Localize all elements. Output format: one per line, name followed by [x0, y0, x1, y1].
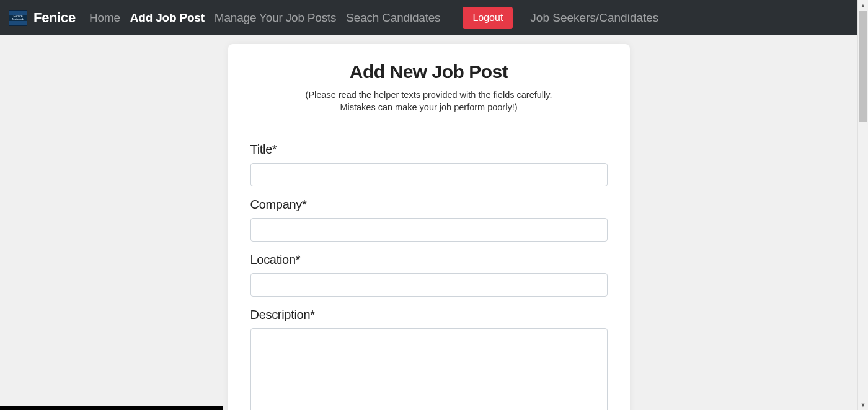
form-group-description: Description* — [250, 308, 608, 410]
nav-link-manage-posts[interactable]: Manage Your Job Posts — [215, 11, 337, 25]
description-textarea[interactable] — [250, 328, 608, 410]
form-group-location: Location* — [250, 253, 608, 297]
nav-link-add-job-post[interactable]: Add Job Post — [130, 11, 205, 25]
form-card: Add New Job Post (Please read the helper… — [228, 44, 630, 410]
viewport: Fenice Network Fenice Home Add Job Post … — [0, 0, 857, 410]
brand-title[interactable]: Fenice — [33, 10, 76, 26]
location-input[interactable] — [250, 273, 608, 297]
page-title: Add New Job Post — [250, 61, 608, 82]
company-input[interactable] — [250, 218, 608, 242]
subtitle-line-1: (Please read the helper texts provided w… — [306, 90, 552, 100]
scroll-track[interactable] — [858, 11, 868, 399]
form-group-company: Company* — [250, 198, 608, 242]
nav-link-search-candidates[interactable]: Seach Candidates — [346, 11, 440, 25]
scroll-thumb[interactable] — [859, 11, 867, 122]
label-title: Title* — [250, 142, 608, 157]
label-company: Company* — [250, 198, 608, 212]
page-subtitle: (Please read the helper texts provided w… — [250, 89, 608, 114]
page-content: Add New Job Post (Please read the helper… — [0, 35, 857, 410]
label-location: Location* — [250, 253, 608, 267]
scroll-down-icon[interactable]: ▼ — [858, 399, 869, 410]
navbar: Fenice Network Fenice Home Add Job Post … — [0, 0, 857, 35]
vertical-scrollbar[interactable]: ▲ ▼ — [857, 0, 868, 410]
label-description: Description* — [250, 308, 608, 322]
scroll-up-icon[interactable]: ▲ — [858, 0, 869, 11]
logout-button[interactable]: Logout — [463, 7, 513, 29]
form-group-title: Title* — [250, 142, 608, 186]
subtitle-line-2: Mistakes can make your job perform poorl… — [340, 102, 517, 112]
title-input[interactable] — [250, 163, 608, 186]
brand-logo-text: Fenice Network — [9, 15, 27, 21]
nav-link-home[interactable]: Home — [89, 11, 120, 25]
nav-link-job-seekers[interactable]: Job Seekers/Candidates — [530, 11, 658, 25]
brand-logo-icon[interactable]: Fenice Network — [9, 10, 27, 26]
bottom-bar-fragment — [0, 406, 223, 410]
